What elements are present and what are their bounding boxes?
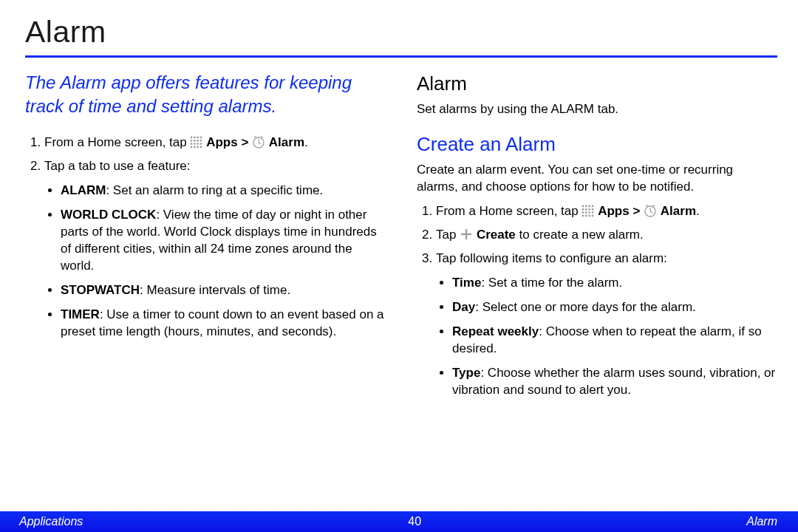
svg-point-12 — [191, 146, 193, 149]
svg-point-15 — [200, 146, 202, 149]
svg-point-6 — [197, 140, 200, 142]
svg-point-24 — [592, 205, 594, 208]
svg-point-4 — [191, 140, 193, 142]
svg-point-7 — [200, 140, 202, 142]
svg-point-9 — [194, 143, 196, 145]
left-steps: From a Home screen, tap Apps > — [28, 134, 386, 340]
list-item: Type: Choose whether the alarm uses soun… — [452, 365, 777, 399]
label: STOPWATCH — [61, 283, 140, 297]
intro-text: The Alarm app offers features for keepin… — [25, 71, 386, 118]
label: Type — [452, 366, 480, 380]
text: : Measure intervals of time. — [140, 283, 290, 297]
list-item: Day: Select one or more days for the ala… — [452, 299, 777, 316]
alarm-label: Alarm — [269, 135, 304, 149]
list-item: Time: Set a time for the alarm. — [452, 275, 777, 292]
footer-center: 40 — [83, 514, 746, 530]
para-create: Create an alarm event. You can set one-t… — [417, 162, 777, 196]
title-rule — [25, 55, 777, 58]
period: . — [304, 135, 308, 149]
text: : Select one or more days for the alarm. — [475, 300, 696, 314]
apps-label: Apps — [206, 135, 238, 149]
svg-point-0 — [191, 137, 193, 139]
heading-alarm: Alarm — [417, 71, 777, 97]
text: From a Home screen, tap — [44, 135, 190, 149]
text: Tap following items to configure an alar… — [436, 251, 667, 265]
svg-point-31 — [589, 212, 591, 214]
apps-label: Apps — [598, 204, 630, 218]
right-step-1: From a Home screen, tap Apps > — [436, 203, 777, 220]
text: : Set a time for the alarm. — [481, 276, 622, 290]
left-step-1: From a Home screen, tap Apps > — [44, 134, 386, 151]
svg-point-23 — [589, 205, 591, 208]
footer: Applications 40 Alarm — [0, 511, 798, 532]
text: Tap — [436, 228, 460, 242]
plus-icon — [460, 228, 473, 241]
svg-point-22 — [585, 205, 587, 208]
create-label: Create — [477, 228, 516, 242]
left-step-2: Tap a tab to use a feature: ALARM: Set a… — [44, 158, 386, 340]
text: : Set an alarm to ring at a specific tim… — [106, 183, 323, 197]
list-item: ALARM: Set an alarm to ring at a specifi… — [61, 183, 386, 200]
svg-point-27 — [589, 208, 591, 211]
label: TIMER — [61, 307, 100, 321]
svg-point-25 — [582, 208, 584, 211]
svg-point-5 — [194, 140, 196, 142]
svg-point-14 — [197, 146, 200, 149]
apps-icon — [582, 205, 594, 217]
svg-point-30 — [585, 212, 587, 214]
svg-point-10 — [197, 143, 200, 145]
apps-icon — [190, 136, 202, 149]
svg-point-8 — [191, 143, 193, 145]
columns: The Alarm app offers features for keepin… — [25, 71, 777, 406]
page-title: Alarm — [25, 12, 777, 52]
left-column: The Alarm app offers features for keepin… — [25, 71, 386, 406]
svg-point-2 — [197, 137, 200, 139]
svg-point-13 — [194, 146, 196, 149]
label: ALARM — [61, 183, 106, 197]
svg-line-39 — [650, 211, 652, 213]
list-item: STOPWATCH: Measure intervals of time. — [61, 282, 386, 299]
text: : Choose whether the alarm uses sound, v… — [452, 366, 775, 397]
text: to create a new alarm. — [516, 228, 644, 242]
svg-point-33 — [582, 215, 584, 217]
alarm-icon — [252, 135, 265, 149]
alarm-icon — [644, 204, 657, 217]
label: WORLD CLOCK — [61, 208, 156, 222]
svg-line-41 — [652, 205, 655, 207]
label: Time — [452, 276, 481, 290]
list-item: TIMER: Use a timer to count down to an e… — [61, 307, 386, 341]
heading-create: Create an Alarm — [417, 132, 777, 157]
svg-point-35 — [589, 215, 591, 217]
left-sublist: ALARM: Set an alarm to ring at a specifi… — [44, 183, 386, 341]
right-step-3: Tap following items to configure an alar… — [436, 250, 777, 399]
list-item: WORLD CLOCK: View the time of day or nig… — [61, 207, 386, 275]
svg-point-21 — [582, 205, 584, 208]
text: Tap a tab to use a feature: — [44, 159, 191, 173]
right-step-2: Tap Create to create a new alarm. — [436, 227, 777, 244]
svg-point-1 — [194, 137, 196, 139]
label: Repeat weekly — [452, 324, 539, 338]
right-column: Alarm Set alarms by using the ALARM tab.… — [417, 71, 777, 406]
list-item: Repeat weekly: Choose when to repeat the… — [452, 324, 777, 358]
svg-point-34 — [585, 215, 587, 217]
footer-left: Applications — [19, 514, 83, 530]
svg-line-19 — [254, 137, 256, 138]
footer-right: Alarm — [746, 514, 777, 530]
gt: > — [241, 135, 252, 149]
para-alarm: Set alarms by using the ALARM tab. — [417, 101, 777, 118]
svg-line-20 — [261, 137, 263, 138]
svg-point-11 — [200, 143, 202, 145]
svg-point-28 — [592, 208, 594, 211]
text: From a Home screen, tap — [436, 204, 582, 218]
page: Alarm The Alarm app offers features for … — [0, 0, 798, 532]
svg-line-40 — [646, 205, 648, 207]
svg-point-36 — [592, 215, 594, 217]
right-sublist: Time: Set a time for the alarm. Day: Sel… — [436, 275, 777, 399]
text: : Use a timer to count down to an event … — [61, 307, 384, 338]
alarm-label: Alarm — [661, 204, 696, 218]
right-steps: From a Home screen, tap Apps > — [420, 203, 777, 398]
svg-point-32 — [592, 212, 594, 214]
svg-point-3 — [200, 137, 202, 139]
gt: > — [632, 204, 644, 218]
svg-point-26 — [585, 208, 587, 211]
